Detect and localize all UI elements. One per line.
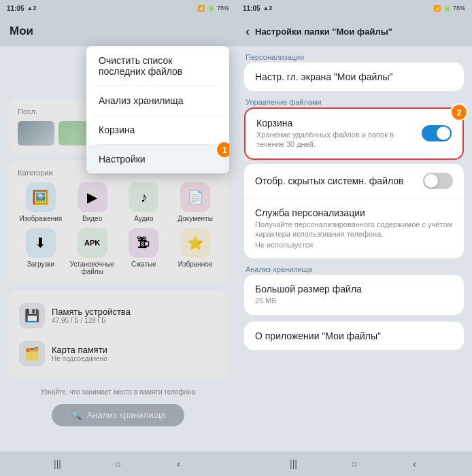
main-screen-text: Настр. гл. экрана "Мои файлы" — [255, 71, 453, 82]
trash-section-wrap: 2 Корзина Хранение удалённых файлов и па… — [244, 107, 464, 160]
sdcard-icon: 🗂️ — [19, 341, 45, 367]
back-button[interactable]: ‹ — [246, 24, 250, 39]
images-label: Изображения — [19, 215, 62, 222]
personalization-service-text: Служба персонализации Получайте персонал… — [255, 207, 453, 250]
analyze-btn-label: Анализ хранилища — [87, 410, 166, 420]
category-video[interactable]: ▶ Видео — [69, 182, 116, 222]
trash-text: Корзина Хранение удалённых файлов и папо… — [256, 118, 422, 150]
category-favorites[interactable]: ⭐ Избранное — [172, 228, 218, 275]
categories-grid: 🖼️ Изображения ▶ Видео ♪ Аудио 📄 Докумен… — [18, 182, 218, 275]
hidden-files-title: Отобр. скрытых системн. файлов — [255, 175, 423, 186]
sdcard-info: Карта памяти Не подсоединено — [52, 345, 217, 362]
left-status-bar: 11:05 ▲2 📶 🔋 78% — [0, 0, 236, 16]
badge-1: 1 — [216, 141, 229, 158]
docs-icon: 📄 — [180, 182, 210, 212]
file-management-label: Управление файлами — [244, 98, 464, 106]
left-nav-back[interactable]: ‹ — [171, 456, 186, 471]
file-management-section: Управление файлами 2 Корзина Хранение уд… — [244, 98, 464, 258]
right-nav-back[interactable]: ‹ — [407, 456, 422, 471]
dropdown-item-analyze[interactable]: Анализ хранилища — [86, 86, 229, 115]
storage-items: 💾 Память устройства 47,95 ГБ / 128 ГБ 🗂️… — [18, 299, 218, 371]
dropdown-item-clear[interactable]: Очистить список последних файлов — [86, 46, 229, 86]
personalization-label: Персонализация — [244, 53, 464, 61]
device-storage-name: Память устройства — [52, 307, 217, 317]
right-status-bar: 11:05 ▲2 📶 🔋 78% — [236, 0, 472, 16]
hidden-files-toggle[interactable] — [423, 173, 453, 189]
video-label: Видео — [82, 215, 102, 222]
hidden-files-row[interactable]: Отобр. скрытых системн. файлов — [244, 164, 464, 199]
main-screen-card: Настр. гл. экрана "Мои файлы" — [244, 63, 464, 91]
trash-row[interactable]: Корзина Хранение удалённых файлов и папо… — [246, 109, 462, 158]
dropdown-menu: Очистить список последних файлов Анализ … — [86, 46, 229, 173]
personalization-service-row[interactable]: Служба персонализации Получайте персонал… — [244, 199, 464, 259]
trash-sub: Хранение удалённых файлов и папок в тече… — [256, 130, 422, 150]
images-icon: 🖼️ — [26, 182, 56, 212]
hidden-files-text: Отобр. скрытых системн. файлов — [255, 175, 423, 186]
analyze-info: Узнайте, что занимает место в памяти тел… — [8, 386, 228, 398]
main-screen-row[interactable]: Настр. гл. экрана "Мои файлы" — [244, 63, 464, 91]
docs-label: Документы — [178, 215, 213, 222]
about-card: О приложении "Мои файлы" — [244, 322, 464, 350]
hidden-files-card: Отобр. скрытых системн. файлов Служба пе… — [244, 164, 464, 259]
compressed-icon: 🗜 — [129, 228, 158, 258]
left-nav-home[interactable]: ○ — [111, 456, 126, 471]
badge-2: 2 — [450, 103, 468, 121]
personalization-service-title: Служба персонализации — [255, 207, 453, 218]
audio-label: Аудио — [134, 215, 153, 222]
analyze-label: Анализ хранилища — [244, 265, 464, 273]
device-storage-item[interactable]: 💾 Память устройства 47,95 ГБ / 128 ГБ — [18, 299, 218, 333]
about-text: О приложении "Мои файлы" — [255, 330, 453, 341]
category-audio[interactable]: ♪ Аудио — [121, 182, 167, 222]
storage-card: 💾 Память устройства 47,95 ГБ / 128 ГБ 🗂️… — [8, 290, 228, 379]
left-panel: 11:05 ▲2 📶 🔋 78% Мои Очистить список пос… — [0, 0, 236, 476]
right-nav-menu[interactable]: ||| — [286, 456, 301, 471]
video-icon: ▶ — [78, 182, 107, 212]
compressed-label: Сжатые — [131, 260, 156, 268]
analyze-button[interactable]: 🔍 Анализ хранилища — [52, 404, 185, 426]
left-title: Мои — [10, 24, 33, 38]
large-file-title: Большой размер файла — [255, 284, 453, 294]
device-storage-info: Память устройства 47,95 ГБ / 128 ГБ — [52, 307, 217, 324]
trash-toggle-knob — [437, 126, 450, 140]
large-file-row[interactable]: Большой размер файла 25 МБ — [244, 275, 464, 314]
trash-toggle[interactable] — [422, 125, 452, 141]
large-file-sub: 25 МБ — [255, 296, 453, 305]
sdcard-name: Карта памяти — [52, 345, 217, 355]
right-panel: 11:05 ▲2 📶 🔋 78% ‹ Настройки папки "Мои … — [236, 0, 472, 476]
device-storage-icon: 💾 — [19, 303, 45, 328]
left-nav-menu[interactable]: ||| — [50, 456, 65, 471]
analyze-btn-wrap: 🔍 Анализ хранилища — [8, 398, 228, 429]
recent-thumb-1[interactable] — [18, 121, 54, 146]
dropdown-item-trash[interactable]: Корзина — [86, 116, 229, 144]
personalization-service-note: Не используется — [255, 240, 453, 250]
analyze-section: Узнайте, что занимает место в памяти тел… — [8, 386, 228, 429]
category-downloads[interactable]: ⬇ Загрузки — [18, 228, 64, 275]
trash-title: Корзина — [256, 118, 422, 129]
device-storage-sub: 47,95 ГБ / 128 ГБ — [52, 317, 217, 324]
large-file-text: Большой размер файла 25 МБ — [255, 284, 453, 305]
right-nav-home[interactable]: ○ — [347, 456, 362, 471]
settings-content: Персонализация Настр. гл. экрана "Мои фа… — [236, 46, 472, 452]
about-row[interactable]: О приложении "Мои файлы" — [244, 322, 464, 350]
sdcard-item[interactable]: 🗂️ Карта памяти Не подсоединено — [18, 337, 218, 371]
right-top-bar: ‹ Настройки папки "Мои файлы" — [236, 16, 472, 46]
category-docs[interactable]: 📄 Документы — [172, 182, 218, 222]
favorites-label: Избранное — [178, 260, 213, 268]
dropdown-item-settings[interactable]: Настройки 1 — [86, 145, 229, 173]
category-images[interactable]: 🖼️ Изображения — [18, 182, 64, 222]
left-nav-bar: ||| ○ ‹ — [0, 452, 236, 476]
personalization-section: Персонализация Настр. гл. экрана "Мои фа… — [244, 53, 464, 91]
category-apk[interactable]: APK Установочные файлы — [69, 228, 116, 275]
favorites-icon: ⭐ — [180, 228, 210, 258]
category-compressed[interactable]: 🗜 Сжатые — [121, 228, 167, 275]
analyze-section-right: Анализ хранилища Большой размер файла 25… — [244, 265, 464, 314]
trash-card: Корзина Хранение удалённых файлов и папо… — [244, 107, 464, 160]
categories-card: Категории 🖼️ Изображения ▶ Видео ♪ Аудио… — [8, 160, 228, 284]
downloads-icon: ⬇ — [26, 228, 56, 258]
left-status-time: 11:05 ▲2 — [7, 5, 37, 12]
downloads-label: Загрузки — [27, 260, 54, 268]
left-top-bar: Мои — [0, 16, 236, 46]
right-title: Настройки папки "Мои файлы" — [255, 27, 392, 37]
personalization-service-sub: Получайте персонализированного содержимо… — [255, 220, 453, 239]
about-title: О приложении "Мои файлы" — [255, 330, 453, 341]
